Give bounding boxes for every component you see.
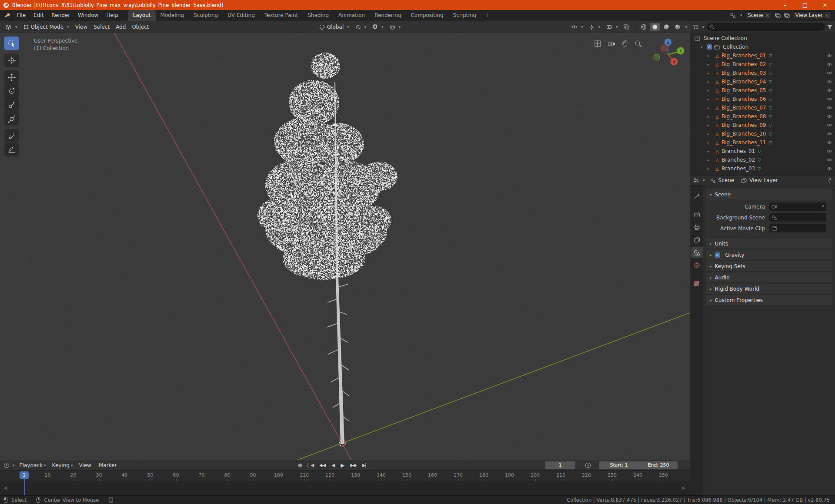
- expand-arrow-icon[interactable]: ▸: [708, 63, 714, 66]
- chevron-down-icon[interactable]: ▾: [13, 463, 15, 468]
- eye-icon[interactable]: [826, 158, 832, 162]
- viewport-3d[interactable]: User Perspective (1) Collection: [0, 33, 690, 460]
- view-layer-unlink-icon[interactable]: ×: [825, 13, 829, 18]
- chevron-down-icon[interactable]: ▾: [703, 178, 705, 182]
- orientation-dropdown[interactable]: Global ▾: [317, 23, 352, 31]
- eye-icon[interactable]: [826, 149, 832, 153]
- menu-item[interactable]: Render: [47, 10, 74, 20]
- xray-toggle[interactable]: [621, 23, 632, 31]
- eyedropper-icon[interactable]: [819, 204, 824, 209]
- properties-panel-header[interactable]: ▸ Rigid Body World: [706, 284, 832, 294]
- workspace-tab[interactable]: Scripting: [448, 10, 481, 21]
- outliner-item[interactable]: ▸ △ Big_Branches_05 ▽: [690, 86, 835, 95]
- outliner-search[interactable]: [707, 23, 825, 31]
- outliner-editor-icon[interactable]: [693, 24, 699, 30]
- outliner-item[interactable]: ▸ △ Big_Branches_10 ▽: [690, 129, 835, 138]
- shading-wireframe-button[interactable]: [638, 23, 649, 31]
- close-button[interactable]: ×: [815, 0, 835, 10]
- menu-item[interactable]: Help: [102, 10, 122, 20]
- viewport-menu-item[interactable]: View: [73, 23, 90, 31]
- workspace-tab[interactable]: Shading: [303, 10, 334, 21]
- tab-world[interactable]: [691, 260, 703, 270]
- outliner-item[interactable]: ▸ △ Branches_01 ▽: [690, 147, 835, 156]
- jump-to-start-button[interactable]: ▏◀: [306, 462, 316, 468]
- timeline-menu-item[interactable]: View: [76, 461, 95, 470]
- blender-menu-icon[interactable]: [4, 13, 11, 18]
- outliner-item[interactable]: ▸ △ Big_Branches_06 ▽: [690, 95, 835, 103]
- expand-arrow-icon[interactable]: ▸: [708, 141, 714, 145]
- editor-type-button[interactable]: ▾: [3, 23, 20, 31]
- tab-view-layer[interactable]: [691, 235, 703, 245]
- snap-toggle[interactable]: ▾: [370, 23, 386, 31]
- cursor-tool[interactable]: [4, 53, 19, 67]
- workspace-tab[interactable]: Texture Paint: [260, 10, 303, 21]
- rotate-tool[interactable]: [4, 84, 19, 98]
- navigation-gizmo[interactable]: Z Y X: [650, 35, 686, 74]
- viewport-menu-item[interactable]: Select: [91, 23, 112, 31]
- timeline-scroll-area[interactable]: ◀ ▶: [0, 482, 690, 495]
- chevron-down-icon[interactable]: ▾: [702, 25, 705, 29]
- workspace-tab[interactable]: Modeling: [156, 10, 189, 21]
- outliner-item[interactable]: ▸ △ Big_Branches_09 ▽: [690, 121, 835, 129]
- scene-panel-header[interactable]: ▾ Scene: [706, 189, 832, 199]
- expand-arrow-icon[interactable]: ▸: [708, 132, 714, 136]
- breadcrumb-scene-label[interactable]: Scene: [718, 177, 735, 183]
- eye-icon[interactable]: [826, 140, 832, 145]
- timeline-ruler[interactable]: 1020304050607080901001101201301401501601…: [0, 471, 690, 482]
- next-keyframe-button[interactable]: ▶◆: [348, 462, 358, 468]
- transform-tool[interactable]: [4, 112, 19, 126]
- collapse-arrow-icon[interactable]: ▾: [701, 45, 707, 49]
- workspace-tab[interactable]: Rendering: [370, 10, 406, 21]
- outliner-search-input[interactable]: [717, 24, 822, 30]
- expand-arrow-icon[interactable]: ▸: [708, 123, 714, 127]
- zoom-view-icon[interactable]: [635, 40, 642, 47]
- mode-dropdown[interactable]: Object Mode ▾: [21, 23, 72, 31]
- eye-icon[interactable]: [826, 132, 832, 136]
- annotate-tool[interactable]: [4, 129, 19, 143]
- eye-icon[interactable]: [826, 80, 832, 84]
- move-view-icon[interactable]: [621, 40, 628, 47]
- timeline-menu-item[interactable]: Playback▾: [17, 461, 49, 470]
- collection-checkbox[interactable]: ✓: [707, 44, 712, 50]
- current-frame-field[interactable]: 1: [545, 461, 575, 469]
- shading-material-button[interactable]: [661, 23, 671, 31]
- visibility-dropdown[interactable]: ▾: [568, 23, 586, 30]
- menu-item[interactable]: Edit: [30, 10, 47, 20]
- outliner-item[interactable]: ▸ △ Big_Branches_04 ▽: [690, 77, 835, 86]
- eye-icon[interactable]: [826, 53, 832, 58]
- properties-panel-header[interactable]: ▸ Units: [706, 239, 832, 249]
- scroll-right-icon[interactable]: ▶: [682, 485, 685, 490]
- expand-arrow-icon[interactable]: ▸: [708, 80, 714, 84]
- move-tool[interactable]: [4, 70, 19, 84]
- eye-icon[interactable]: [826, 71, 832, 75]
- outliner-item[interactable]: ▸ △ Big_Branches_03 ▽: [690, 69, 835, 77]
- expand-arrow-icon[interactable]: ▸: [708, 106, 714, 110]
- tab-output[interactable]: [691, 222, 703, 232]
- expand-arrow-icon[interactable]: ▸: [708, 54, 714, 58]
- expand-arrow-icon[interactable]: ▸: [708, 167, 714, 171]
- camera-view-icon[interactable]: [608, 40, 615, 47]
- chevron-down-icon[interactable]: ▾: [740, 13, 742, 17]
- workspace-tab[interactable]: Animation: [334, 10, 370, 21]
- use-preview-range-icon[interactable]: [585, 462, 591, 468]
- eye-icon[interactable]: [826, 62, 832, 66]
- timeline-menu-item[interactable]: Keying▾: [49, 461, 76, 470]
- properties-panel-header[interactable]: ▸ Keying Sets: [706, 261, 832, 271]
- viewport-menu-item[interactable]: Add: [113, 23, 128, 31]
- properties-panel-header[interactable]: ▸ Custom Properties: [706, 295, 832, 305]
- end-frame-field[interactable]: End: 250: [639, 461, 678, 469]
- previous-keyframe-button[interactable]: ◆◀: [317, 462, 327, 468]
- expand-arrow-icon[interactable]: ▸: [708, 97, 714, 101]
- expand-arrow-icon[interactable]: ▸: [708, 115, 714, 119]
- gravity-panel-header[interactable]: ▸ ✓ Gravity: [706, 250, 832, 260]
- filter-icon[interactable]: [827, 25, 832, 30]
- workspace-tab[interactable]: UV Editing: [223, 10, 260, 21]
- camera-field[interactable]: [769, 202, 826, 211]
- expand-arrow-icon[interactable]: ▸: [708, 89, 714, 93]
- start-frame-field[interactable]: Start: 1: [599, 461, 639, 469]
- eye-icon[interactable]: [826, 123, 832, 127]
- shading-rendered-button[interactable]: [672, 23, 683, 31]
- outliner-item[interactable]: ▸ △ Branches_02 ▽: [690, 156, 835, 164]
- tab-tool[interactable]: [691, 191, 703, 201]
- active-movie-clip-field[interactable]: [769, 224, 826, 232]
